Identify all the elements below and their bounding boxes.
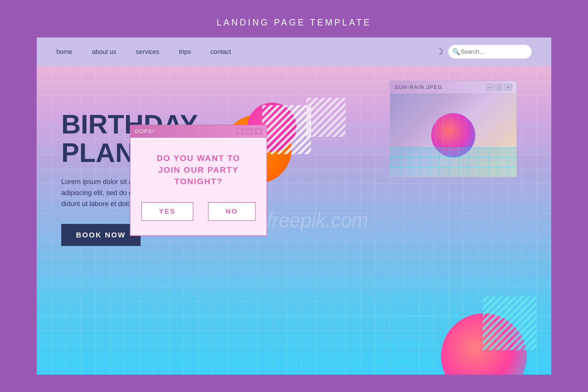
yes-button[interactable]: YES [141,202,193,221]
win-close-btn[interactable]: × [505,84,512,90]
window-sun-rain: SUN-RAIN.JPEG ─ □ × [390,80,517,178]
hero-section: www.freepik.com BIRTHDAY PLANNERS Lorem … [37,66,551,374]
search-input[interactable] [448,45,532,58]
nav-icons: ☽ 🔍 [436,45,532,58]
oops-minimize-btn[interactable]: ─ [236,128,244,134]
win-maximize-btn[interactable]: □ [496,84,503,90]
nav-trips[interactable]: trips [179,48,191,56]
window-oops-buttons: ─ □ × [236,128,262,134]
window-oops: OOPS! ─ □ × DO YOU WANT TOJOIN OUR PARTY… [130,125,267,236]
nav-home[interactable]: home [56,48,72,56]
search-wrapper: 🔍 [448,45,532,58]
win-minimize-btn[interactable]: ─ [486,84,494,90]
window-oops-titlebar: OOPS! ─ □ × [130,125,266,138]
browser-frame: home about us services trips contact ☽ 🔍… [37,38,551,374]
book-now-button[interactable]: BOOK NOW [61,224,141,246]
nav-links: home about us services trips contact [56,48,436,56]
window-sun-rain-buttons: ─ □ × [486,84,512,90]
nav-services[interactable]: services [136,48,159,56]
navbar: home about us services trips contact ☽ 🔍 [37,38,551,66]
window-oops-title: OOPS! [135,128,154,134]
sr-teal-grid [390,148,516,177]
oops-close-btn[interactable]: × [255,128,262,134]
oops-content: DO YOU WANT TOJOIN OUR PARTYTONIGHT? YES… [130,138,266,236]
page-outer-title: LANDING PAGE TEMPLATE [216,18,372,28]
window-sun-rain-content [390,94,516,177]
diagonal-stripes-bottom [483,296,536,350]
moon-icon[interactable]: ☽ [436,46,444,57]
diagonal-stripes-1 [262,105,311,154]
nav-about[interactable]: about us [92,48,116,56]
oops-action-buttons: YES NO [142,202,254,221]
window-sun-rain-title: SUN-RAIN.JPEG [394,84,442,90]
no-button[interactable]: NO [208,202,256,221]
diagonal-stripes-2 [306,98,346,137]
oops-question: DO YOU WANT TOJOIN OUR PARTYTONIGHT? [142,152,254,188]
nav-contact[interactable]: contact [210,48,231,56]
oops-maximize-btn[interactable]: □ [246,128,253,134]
search-icon: 🔍 [452,48,460,56]
window-sun-rain-titlebar: SUN-RAIN.JPEG ─ □ × [390,81,516,94]
